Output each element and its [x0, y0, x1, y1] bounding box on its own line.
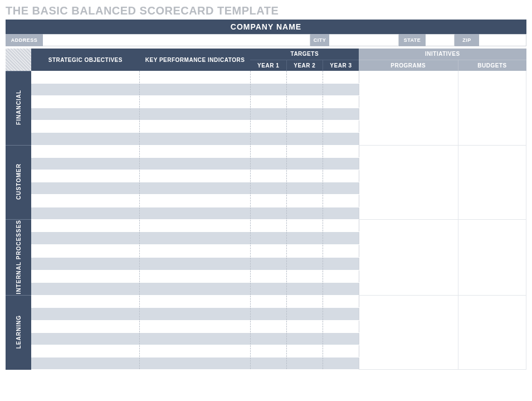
- year1-cell[interactable]: [250, 170, 286, 182]
- year2-cell[interactable]: [286, 357, 323, 370]
- year2-cell[interactable]: [286, 170, 323, 182]
- year3-cell[interactable]: [323, 145, 359, 157]
- year2-cell[interactable]: [286, 219, 323, 232]
- year3-cell[interactable]: [323, 257, 359, 270]
- year1-cell[interactable]: [250, 245, 286, 258]
- year3-cell[interactable]: [323, 345, 359, 357]
- objective-cell[interactable]: [31, 257, 140, 270]
- objective-cell[interactable]: [31, 308, 140, 320]
- year2-cell[interactable]: [286, 182, 323, 195]
- year3-cell[interactable]: [323, 332, 359, 345]
- year1-cell[interactable]: [250, 195, 286, 207]
- year1-cell[interactable]: [250, 283, 286, 296]
- year1-cell[interactable]: [250, 332, 286, 345]
- year2-cell[interactable]: [286, 308, 323, 320]
- kpi-cell[interactable]: [140, 332, 251, 345]
- year1-cell[interactable]: [250, 108, 286, 120]
- objective-cell[interactable]: [31, 320, 140, 332]
- kpi-cell[interactable]: [140, 108, 251, 120]
- year1-cell[interactable]: [250, 270, 286, 283]
- year2-cell[interactable]: [286, 283, 323, 296]
- kpi-cell[interactable]: [140, 133, 251, 145]
- year1-cell[interactable]: [250, 157, 286, 170]
- programs-cell[interactable]: [359, 145, 458, 219]
- year3-cell[interactable]: [323, 232, 359, 245]
- budgets-cell[interactable]: [458, 296, 526, 370]
- address-input[interactable]: [43, 34, 310, 46]
- year2-cell[interactable]: [286, 332, 323, 345]
- kpi-cell[interactable]: [140, 219, 251, 232]
- year2-cell[interactable]: [286, 108, 323, 120]
- year1-cell[interactable]: [250, 257, 286, 270]
- year3-cell[interactable]: [323, 108, 359, 120]
- objective-cell[interactable]: [31, 219, 140, 232]
- year2-cell[interactable]: [286, 345, 323, 357]
- objective-cell[interactable]: [31, 182, 140, 195]
- kpi-cell[interactable]: [140, 283, 251, 296]
- objective-cell[interactable]: [31, 345, 140, 357]
- objective-cell[interactable]: [31, 108, 140, 120]
- year1-cell[interactable]: [250, 71, 286, 83]
- kpi-cell[interactable]: [140, 195, 251, 207]
- objective-cell[interactable]: [31, 83, 140, 95]
- kpi-cell[interactable]: [140, 296, 251, 308]
- year3-cell[interactable]: [323, 270, 359, 283]
- year2-cell[interactable]: [286, 145, 323, 157]
- kpi-cell[interactable]: [140, 232, 251, 245]
- budgets-cell[interactable]: [458, 71, 526, 145]
- zip-input[interactable]: [479, 34, 526, 46]
- kpi-cell[interactable]: [140, 257, 251, 270]
- year1-cell[interactable]: [250, 83, 286, 95]
- objective-cell[interactable]: [31, 71, 140, 83]
- year1-cell[interactable]: [250, 357, 286, 370]
- year1-cell[interactable]: [250, 345, 286, 357]
- year3-cell[interactable]: [323, 182, 359, 195]
- year3-cell[interactable]: [323, 195, 359, 207]
- objective-cell[interactable]: [31, 120, 140, 133]
- year3-cell[interactable]: [323, 308, 359, 320]
- year1-cell[interactable]: [250, 120, 286, 133]
- objective-cell[interactable]: [31, 332, 140, 345]
- year2-cell[interactable]: [286, 296, 323, 308]
- year3-cell[interactable]: [323, 83, 359, 95]
- kpi-cell[interactable]: [140, 207, 251, 219]
- kpi-cell[interactable]: [140, 320, 251, 332]
- year3-cell[interactable]: [323, 71, 359, 83]
- objective-cell[interactable]: [31, 95, 140, 108]
- year2-cell[interactable]: [286, 95, 323, 108]
- year3-cell[interactable]: [323, 296, 359, 308]
- state-input[interactable]: [426, 34, 455, 46]
- objective-cell[interactable]: [31, 207, 140, 219]
- objective-cell[interactable]: [31, 270, 140, 283]
- year3-cell[interactable]: [323, 95, 359, 108]
- year2-cell[interactable]: [286, 120, 323, 133]
- year2-cell[interactable]: [286, 71, 323, 83]
- year1-cell[interactable]: [250, 145, 286, 157]
- year2-cell[interactable]: [286, 207, 323, 219]
- year1-cell[interactable]: [250, 308, 286, 320]
- objective-cell[interactable]: [31, 283, 140, 296]
- year2-cell[interactable]: [286, 157, 323, 170]
- year1-cell[interactable]: [250, 133, 286, 145]
- kpi-cell[interactable]: [140, 71, 251, 83]
- objective-cell[interactable]: [31, 245, 140, 258]
- kpi-cell[interactable]: [140, 170, 251, 182]
- kpi-cell[interactable]: [140, 182, 251, 195]
- kpi-cell[interactable]: [140, 95, 251, 108]
- year1-cell[interactable]: [250, 232, 286, 245]
- kpi-cell[interactable]: [140, 308, 251, 320]
- year3-cell[interactable]: [323, 157, 359, 170]
- year3-cell[interactable]: [323, 283, 359, 296]
- year2-cell[interactable]: [286, 257, 323, 270]
- kpi-cell[interactable]: [140, 270, 251, 283]
- year2-cell[interactable]: [286, 245, 323, 258]
- kpi-cell[interactable]: [140, 157, 251, 170]
- year2-cell[interactable]: [286, 232, 323, 245]
- objective-cell[interactable]: [31, 296, 140, 308]
- programs-cell[interactable]: [359, 71, 458, 145]
- kpi-cell[interactable]: [140, 145, 251, 157]
- objective-cell[interactable]: [31, 170, 140, 182]
- budgets-cell[interactable]: [458, 145, 526, 219]
- year1-cell[interactable]: [250, 95, 286, 108]
- year1-cell[interactable]: [250, 182, 286, 195]
